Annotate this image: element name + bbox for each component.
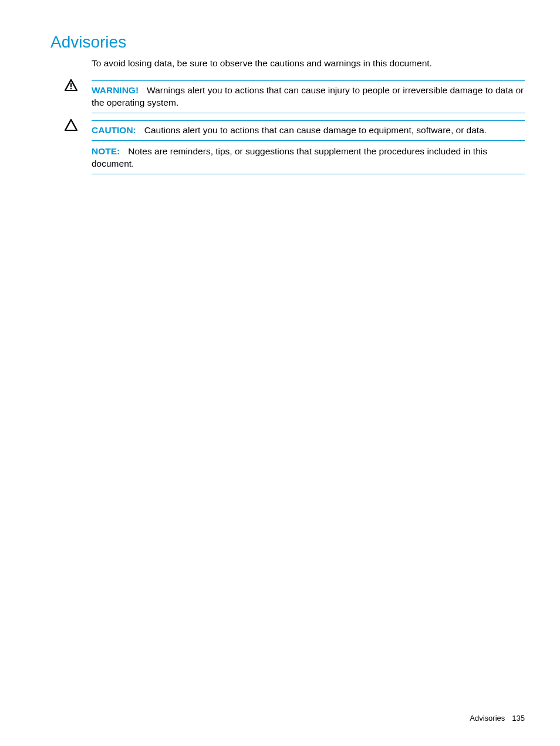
divider [92,80,525,81]
warning-text: Warnings alert you to actions that can c… [92,85,524,107]
caution-text: Cautions alert you to actions that can c… [144,125,487,135]
caution-icon [65,119,77,133]
footer-page-number: 135 [512,714,525,723]
footer-section-name: Advisories [470,714,505,723]
note-text: Notes are reminders, tips, or suggestion… [92,146,487,168]
divider [92,174,525,174]
note-label: NOTE: [92,146,120,156]
warning-text-line: WARNING!Warnings alert you to actions th… [92,85,525,109]
warning-icon [65,79,77,93]
note-block: NOTE:Notes are reminders, tips, or sugge… [50,146,525,174]
warning-label: WARNING! [92,85,139,95]
note-text-line: NOTE:Notes are reminders, tips, or sugge… [92,146,525,170]
divider [92,113,525,113]
warning-block: WARNING!Warnings alert you to actions th… [50,78,525,113]
page-footer: Advisories135 [470,714,525,723]
caution-block: CAUTION:Cautions alert you to actions th… [50,118,525,141]
divider [92,140,525,141]
divider [92,120,525,121]
caution-label: CAUTION: [92,125,136,135]
intro-text: To avoid losing data, be sure to observe… [92,58,525,70]
svg-marker-3 [65,120,77,130]
caution-text-line: CAUTION:Cautions alert you to actions th… [92,124,525,137]
page-heading: Advisories [50,33,525,52]
page-content: Advisories To avoid losing data, be sure… [0,0,560,174]
svg-point-2 [70,88,72,90]
